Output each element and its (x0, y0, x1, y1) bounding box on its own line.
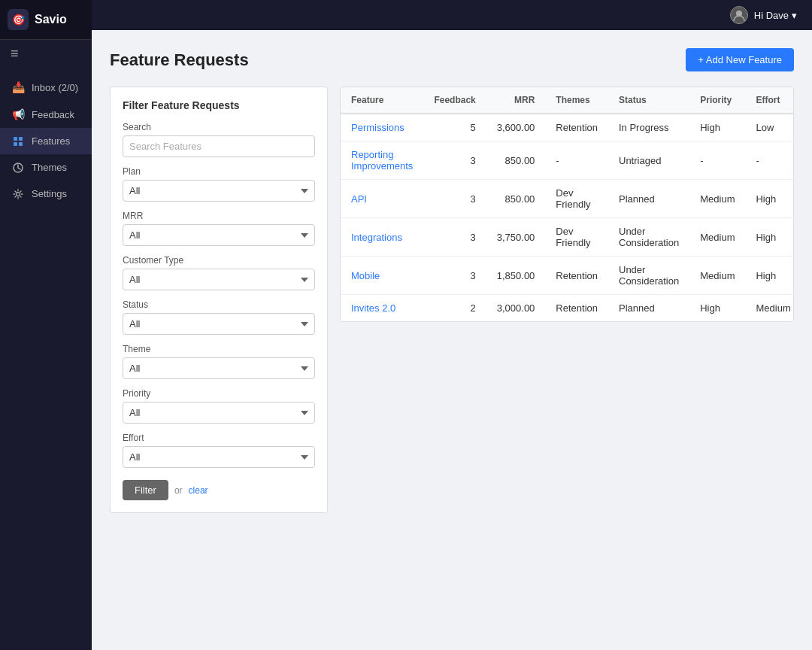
theme-group: Theme All (123, 344, 315, 379)
sidebar-logo: 🎯 (8, 9, 29, 30)
feature-link[interactable]: Reporting Improvements (351, 149, 413, 172)
content-area: Feature Requests + Add New Feature Filte… (92, 30, 812, 650)
user-greeting: Hi Dave (754, 10, 789, 21)
sidebar-item-features[interactable]: Features (0, 128, 92, 154)
col-priority: Priority (689, 87, 745, 114)
cell-themes: Retention (545, 295, 608, 322)
sidebar-item-label: Settings (32, 188, 67, 199)
status-select[interactable]: All (123, 313, 315, 335)
cell-priority: High (689, 295, 745, 322)
inbox-icon: 📥 (11, 81, 26, 93)
chevron-down-icon: ▾ (792, 10, 797, 21)
cell-themes: Retention (545, 114, 608, 141)
cell-mrr: 3,750.00 (486, 218, 546, 257)
table-row: Integrations 3 3,750.00 Dev Friendly Und… (341, 218, 794, 257)
page-title: Feature Requests (110, 50, 249, 70)
cell-status: In Progress (608, 114, 689, 141)
clear-link[interactable]: clear (189, 485, 208, 496)
search-group: Search (123, 122, 315, 157)
feature-link[interactable]: Mobile (351, 270, 380, 281)
search-input[interactable] (123, 135, 315, 157)
cell-feature: API (341, 180, 423, 218)
sidebar-item-feedback[interactable]: 📢 Feedback (0, 101, 92, 128)
avatar (730, 6, 748, 24)
topbar-user[interactable]: Hi Dave ▾ (730, 6, 797, 24)
cell-mrr: 3,000.00 (486, 295, 546, 322)
table-row: Reporting Improvements 3 850.00 - Untria… (341, 141, 794, 180)
cell-themes: Dev Friendly (545, 180, 608, 218)
col-status: Status (608, 87, 689, 114)
plan-select[interactable]: All (123, 180, 315, 202)
customer-type-select[interactable]: All (123, 269, 315, 290)
filter-panel-title: Filter Feature Requests (123, 99, 315, 111)
table-row: Invites 2.0 2 3,000.00 Retention Planned… (341, 295, 794, 322)
cell-feature: Integrations (341, 218, 423, 257)
cell-feedback: 3 (423, 141, 486, 180)
settings-icon (11, 189, 26, 199)
feature-link[interactable]: Permissions (351, 122, 404, 133)
cell-feature: Invites 2.0 (341, 295, 423, 322)
customer-type-label: Customer Type (123, 255, 315, 266)
mrr-select[interactable]: All (123, 224, 315, 246)
svg-rect-1 (19, 137, 23, 141)
sidebar-nav: 📥 Inbox (2/0) 📢 Feedback Features Themes… (0, 68, 92, 650)
cell-status: Under Consideration (608, 257, 689, 295)
page-header: Feature Requests + Add New Feature (110, 48, 794, 71)
sidebar-item-settings[interactable]: Settings (0, 181, 92, 207)
svg-rect-2 (14, 142, 17, 146)
sidebar-app-name: Savio (35, 13, 67, 26)
cell-effort: High (745, 218, 794, 257)
sidebar-menu-toggle[interactable]: ≡ (0, 40, 92, 68)
priority-select[interactable]: All (123, 402, 315, 424)
cell-feedback: 5 (423, 114, 486, 141)
theme-select[interactable]: All (123, 357, 315, 379)
main-layout: Filter Feature Requests Search Plan All … (110, 87, 794, 513)
search-label: Search (123, 122, 315, 132)
theme-label: Theme (123, 344, 315, 354)
sidebar-item-inbox[interactable]: 📥 Inbox (2/0) (0, 74, 92, 101)
effort-group: Effort All (123, 433, 315, 468)
cell-effort: High (745, 180, 794, 218)
cell-mrr: 3,600.00 (486, 114, 546, 141)
topbar: Hi Dave ▾ (92, 0, 812, 30)
cell-themes: - (545, 141, 608, 180)
cell-feature: Mobile (341, 257, 423, 295)
add-new-feature-button[interactable]: + Add New Feature (686, 48, 794, 71)
cell-mrr: 1,850.00 (486, 257, 546, 295)
filter-panel: Filter Feature Requests Search Plan All … (110, 87, 328, 513)
filter-button[interactable]: Filter (123, 480, 168, 500)
svg-rect-3 (19, 142, 23, 146)
cell-priority: - (689, 141, 745, 180)
feature-table: Feature Feedback MRR Themes Status Prior… (341, 87, 794, 321)
feature-link[interactable]: Integrations (351, 232, 402, 243)
sidebar-item-label: Feedback (32, 109, 74, 120)
cell-status: Under Consideration (608, 218, 689, 257)
cell-status: Planned (608, 295, 689, 322)
priority-group: Priority All (123, 388, 315, 424)
features-icon (11, 136, 26, 147)
effort-select[interactable]: All (123, 446, 315, 468)
sidebar-item-label: Themes (32, 162, 67, 173)
main-area: Hi Dave ▾ Feature Requests + Add New Fea… (92, 0, 812, 650)
sidebar-item-themes[interactable]: Themes (0, 154, 92, 181)
cell-effort: High (745, 257, 794, 295)
sidebar: 🎯 Savio ≡ 📥 Inbox (2/0) 📢 Feedback Featu… (0, 0, 92, 650)
filter-actions: Filter or clear (123, 480, 315, 500)
feedback-icon: 📢 (11, 108, 26, 120)
table-header: Feature Feedback MRR Themes Status Prior… (341, 87, 794, 114)
sidebar-header: 🎯 Savio (0, 0, 92, 40)
col-feedback: Feedback (423, 87, 486, 114)
feature-link[interactable]: Invites 2.0 (351, 302, 395, 314)
cell-themes: Dev Friendly (545, 218, 608, 257)
col-themes: Themes (545, 87, 608, 114)
cell-effort: Medium (745, 295, 794, 322)
cell-feedback: 3 (423, 180, 486, 218)
logo-icon: 🎯 (12, 14, 25, 26)
filter-or-text: or (174, 485, 183, 496)
header-row: Feature Feedback MRR Themes Status Prior… (341, 87, 794, 114)
feature-link[interactable]: API (351, 193, 367, 205)
cell-priority: Medium (689, 218, 745, 257)
mrr-group: MRR All (123, 211, 315, 246)
plan-label: Plan (123, 166, 315, 177)
cell-priority: Medium (689, 257, 745, 295)
